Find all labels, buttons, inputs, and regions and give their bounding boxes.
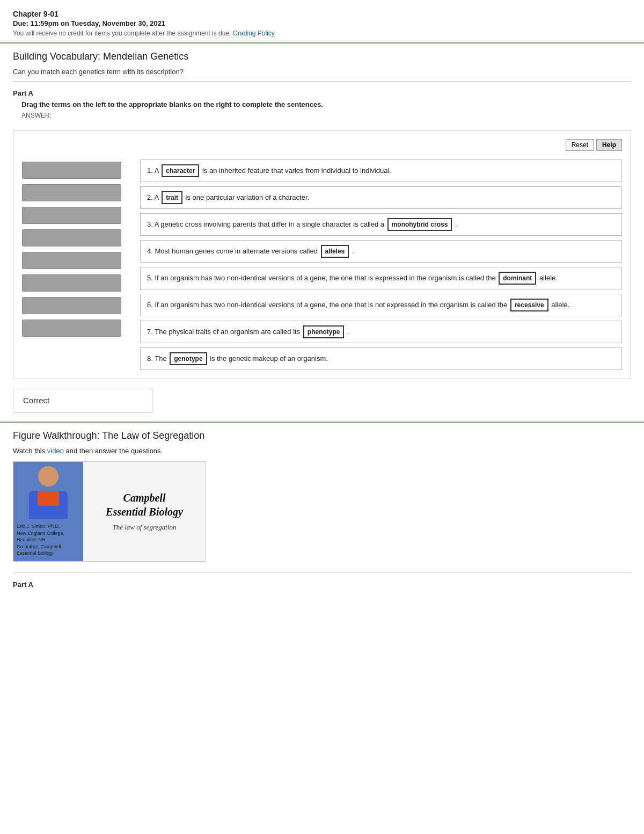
sentence-2-blank: trait [162, 191, 182, 204]
video-link[interactable]: video [47, 447, 64, 455]
drag-item-8[interactable] [22, 320, 121, 337]
drag-columns: 1. A character is an inherited feature t… [22, 159, 622, 370]
sentence-7-prefix: 7. The physical traits of an organism ar… [147, 328, 302, 336]
sentence-row-1: 1. A character is an inherited feature t… [140, 159, 622, 182]
drag-item-5[interactable] [22, 252, 121, 269]
video-inner: Eric J. Simon, Ph.D. New England College… [13, 462, 206, 561]
part-a-label: Part A [0, 82, 644, 100]
credit-notice: You will receive no credit for items you… [13, 30, 631, 37]
sentence-row-6: 6. If an organism has two non-identical … [140, 294, 622, 316]
person-head [38, 466, 58, 487]
reset-button[interactable]: Reset [566, 139, 594, 151]
sentence-6-blank: recessive [510, 299, 548, 311]
sentence-1-blank: character [162, 164, 199, 177]
left-column [22, 159, 129, 370]
sentence-7-blank: phenotype [303, 325, 345, 338]
sentence-3-suffix: . [455, 220, 457, 228]
grading-policy-link[interactable]: Grading Policy [233, 30, 275, 37]
section-subtitle: Can you match each genetics term with it… [0, 66, 644, 81]
drag-item-6[interactable] [22, 274, 121, 292]
sentence-row-7: 7. The physical traits of an organism ar… [140, 321, 622, 343]
sentence-row-2: 2. A trait is one particular variation o… [140, 186, 622, 209]
sentence-3-prefix: 3. A genetic cross involving parents tha… [147, 220, 386, 228]
sentence-3-blank: monohybrid cross [387, 218, 452, 231]
sentence-8-prefix: 8. The [147, 354, 169, 362]
video-caption: Eric J. Simon, Ph.D. New England College… [17, 523, 80, 557]
correct-label: Correct [23, 396, 49, 405]
sentence-4-blank: alleles [321, 245, 349, 258]
sentence-2-prefix: 2. A [147, 193, 160, 201]
due-date: Due: 11:59pm on Tuesday, November 30, 20… [13, 19, 631, 27]
sentence-1-suffix: is an inherited feature that varies from… [202, 166, 391, 175]
drag-item-4[interactable] [22, 229, 121, 246]
reset-help-row: Reset Help [22, 139, 622, 151]
video-thumbnail[interactable]: Eric J. Simon, Ph.D. New England College… [13, 461, 206, 562]
answer-label: ANSWER: [0, 111, 644, 125]
drag-drop-container: Reset Help 1. A character is an inherite… [13, 130, 631, 379]
person-shirt-design [38, 491, 59, 506]
chapter-title: Chapter 9-01 [13, 10, 631, 18]
sentence-5-text: 5. If an organism has two non-identical … [147, 274, 497, 282]
person-figure [24, 466, 72, 520]
caption-line2: New England College, Henniker, NH [17, 530, 80, 543]
caption-line1: Eric J. Simon, Ph.D. [17, 523, 80, 530]
section-title: Building Vocabulary: Mendelian Genetics [0, 43, 644, 66]
figure-section-title: Figure Walkthrough: The Law of Segregati… [0, 423, 644, 445]
sentence-7-suffix: . [347, 328, 349, 336]
sentence-5-suffix: allele. [539, 274, 558, 282]
caption-line3: Co-author, Campbell Essential Biology [17, 543, 80, 557]
figure-intro-text: Watch this [13, 447, 45, 455]
sentence-row-8: 8. The genotype is the genetic makeup of… [140, 347, 622, 370]
sentence-row-5: 5. If an organism has two non-identical … [140, 267, 622, 289]
sentence-8-suffix: is the genetic makeup of an organism. [210, 354, 328, 362]
correct-box: Correct [13, 388, 152, 413]
drag-item-1[interactable] [22, 162, 121, 179]
help-button[interactable]: Help [596, 139, 622, 151]
sentence-6-text: 6. If an organism has two non-identical … [147, 301, 509, 309]
sentence-4-suffix: . [352, 247, 354, 255]
sentence-row-4: 4. Most human genes come in alternate ve… [140, 240, 622, 263]
video-brand: Campbell Essential Biology [106, 491, 183, 519]
right-column: 1. A character is an inherited feature t… [140, 159, 622, 370]
figure-intro-suffix: and then answer the questions. [66, 447, 163, 455]
sentence-1-prefix: 1. A [147, 166, 160, 175]
sentence-8-blank: genotype [170, 352, 207, 365]
sentence-6-suffix: allele. [551, 301, 569, 309]
person-body [29, 491, 68, 519]
figure-intro: Watch this video and then answer the que… [0, 445, 644, 461]
sentence-2-suffix: is one particular variation of a charact… [186, 193, 310, 201]
header: Chapter 9-01 Due: 11:59pm on Tuesday, No… [0, 0, 644, 42]
part-a-instruction: Drag the terms on the left to the approp… [0, 100, 644, 111]
sentence-row-3: 3. A genetic cross involving parents tha… [140, 213, 622, 236]
video-subtitle: The law of segregation [112, 523, 176, 532]
video-text-side: Campbell Essential Biology The law of se… [83, 462, 206, 561]
drag-item-7[interactable] [22, 297, 121, 314]
sentence-4-prefix: 4. Most human genes come in alternate ve… [147, 247, 320, 255]
video-person-side: Eric J. Simon, Ph.D. New England College… [13, 462, 83, 561]
bottom-part-label: Part A [0, 573, 644, 592]
sentence-5-blank: dominant [499, 272, 536, 285]
drag-item-2[interactable] [22, 184, 121, 201]
drag-item-3[interactable] [22, 207, 121, 224]
